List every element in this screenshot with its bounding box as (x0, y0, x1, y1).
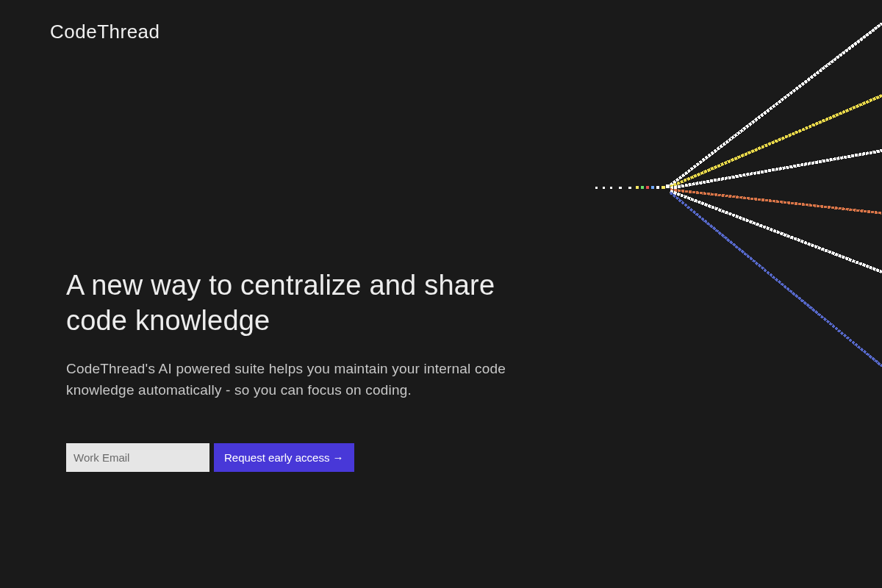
svg-rect-5 (636, 186, 639, 189)
hero-subtitle: CodeThread's AI powered suite helps you … (66, 359, 551, 401)
svg-line-17 (670, 193, 882, 366)
prism-graphic (588, 22, 882, 390)
svg-rect-11 (666, 184, 670, 188)
email-field[interactable] (66, 443, 209, 472)
cta-label: Request early access → (224, 451, 344, 464)
svg-rect-3 (619, 187, 622, 189)
svg-line-13 (670, 96, 882, 187)
svg-rect-4 (628, 187, 631, 189)
svg-rect-9 (656, 186, 659, 189)
svg-rect-2 (610, 187, 612, 189)
svg-rect-10 (662, 186, 665, 189)
hero-title: A new way to centralize and share code k… (66, 268, 551, 338)
request-access-button[interactable]: Request early access → (214, 443, 354, 472)
svg-rect-6 (641, 186, 644, 189)
hero-section: A new way to centralize and share code k… (66, 268, 551, 472)
svg-rect-8 (651, 186, 654, 189)
svg-rect-7 (646, 186, 649, 189)
svg-line-16 (670, 191, 882, 272)
early-access-form: Request early access → (66, 443, 551, 472)
svg-rect-0 (595, 187, 598, 189)
svg-line-15 (670, 190, 882, 213)
brand-logo: CodeThread (50, 21, 160, 43)
svg-line-14 (670, 151, 882, 188)
svg-line-12 (670, 24, 882, 185)
svg-rect-1 (603, 187, 605, 189)
